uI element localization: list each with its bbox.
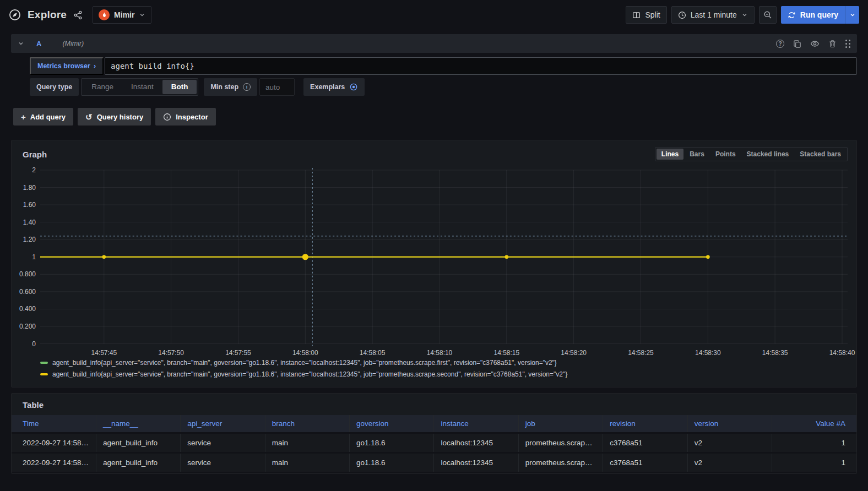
chevron-down-icon xyxy=(741,12,748,18)
svg-text:14:58:20: 14:58:20 xyxy=(561,349,587,357)
table-cell: localhost:12345 xyxy=(434,452,518,472)
chart-gridlines: 00.2000.4000.6000.80011.201.401.601.8021… xyxy=(19,166,855,357)
table-header--name-[interactable]: __name__ xyxy=(96,415,180,433)
table-header-instance[interactable]: instance xyxy=(434,415,518,433)
query-history-label: Query history xyxy=(97,113,144,121)
copy-icon[interactable] xyxy=(793,40,801,48)
run-query-button[interactable]: Run query xyxy=(781,6,859,24)
table-header-time[interactable]: Time xyxy=(12,415,96,433)
graph-plot-area[interactable]: 00.2000.4000.6000.80011.201.401.601.8021… xyxy=(17,165,851,357)
info-icon[interactable]: i xyxy=(243,83,251,91)
svg-text:1.20: 1.20 xyxy=(23,236,36,243)
svg-text:14:58:35: 14:58:35 xyxy=(762,349,788,357)
drag-handle-icon[interactable] xyxy=(845,40,850,48)
svg-text:14:58:30: 14:58:30 xyxy=(695,349,721,357)
svg-text:14:58:05: 14:58:05 xyxy=(360,349,386,357)
svg-text:14:58:00: 14:58:00 xyxy=(292,349,318,357)
legend-label-0[interactable]: agent_build_info{api_server="service", b… xyxy=(52,359,557,367)
split-icon xyxy=(632,11,641,19)
query-type-option-instant[interactable]: Instant xyxy=(122,80,162,94)
svg-text:0: 0 xyxy=(32,340,36,348)
exemplars-toggle-icon[interactable] xyxy=(349,83,358,91)
clock-icon xyxy=(678,11,686,19)
graph-mode-tabs: LinesBarsPointsStacked linesStacked bars xyxy=(655,147,848,161)
query-expression-input[interactable] xyxy=(105,57,857,75)
table-cell: 1 xyxy=(772,433,856,452)
graph-mode-tab-points[interactable]: Points xyxy=(710,149,741,160)
explore-compass-icon xyxy=(9,9,21,21)
split-button[interactable]: Split xyxy=(626,6,666,24)
table-header-revision[interactable]: revision xyxy=(603,415,687,433)
legend-swatch-icon xyxy=(40,373,48,375)
svg-text:1.60: 1.60 xyxy=(23,201,36,209)
svg-text:14:58:25: 14:58:25 xyxy=(628,349,654,357)
share-icon[interactable] xyxy=(73,10,83,20)
chart-highlighted-point xyxy=(302,254,308,260)
table-header-goversion[interactable]: goversion xyxy=(350,415,434,433)
svg-text:0.800: 0.800 xyxy=(19,270,36,278)
metrics-browser-button[interactable]: Metrics browser › xyxy=(30,57,104,75)
table-cell: service xyxy=(181,452,265,472)
table-header-branch[interactable]: branch xyxy=(265,415,349,433)
graph-mode-tab-lines[interactable]: Lines xyxy=(657,149,683,160)
graph-mode-tab-bars[interactable]: Bars xyxy=(685,149,709,160)
graph-mode-tab-stacked-bars[interactable]: Stacked bars xyxy=(795,149,846,160)
graph-panel: Graph LinesBarsPointsStacked linesStacke… xyxy=(11,140,857,388)
table-row: 2022-09-27 14:58:40…agent_build_infoserv… xyxy=(12,433,856,452)
graph-mode-tab-stacked-lines[interactable]: Stacked lines xyxy=(742,149,794,160)
svg-text:14:57:45: 14:57:45 xyxy=(91,349,117,357)
table-header-job[interactable]: job xyxy=(518,415,603,433)
table-header-version[interactable]: version xyxy=(687,415,772,433)
svg-text:2: 2 xyxy=(32,166,36,174)
table-cell: go1.18.6 xyxy=(350,433,434,452)
min-step-input[interactable] xyxy=(259,78,295,96)
time-range-picker[interactable]: Last 1 minute xyxy=(671,6,755,24)
legend-item: agent_build_info{api_server="service", b… xyxy=(40,357,856,369)
table-cell: v2 xyxy=(687,452,772,472)
table-header-value-a[interactable]: Value #A xyxy=(772,415,856,433)
plus-icon: + xyxy=(21,113,26,121)
table-row: 2022-09-27 14:58:40…agent_build_infoserv… xyxy=(12,452,856,472)
table-cell: 1 xyxy=(772,452,856,472)
svg-text:14:58:10: 14:58:10 xyxy=(427,349,453,357)
trash-icon[interactable] xyxy=(828,40,837,48)
datasource-picker[interactable]: Mimir xyxy=(93,6,151,24)
legend-item: agent_build_info{api_server="service", b… xyxy=(40,369,856,380)
chevron-right-icon: › xyxy=(94,62,96,70)
svg-text:1: 1 xyxy=(32,253,36,261)
add-query-button[interactable]: + Add query xyxy=(13,108,73,126)
svg-text:14:58:40: 14:58:40 xyxy=(829,349,855,357)
legend-label-1[interactable]: agent_build_info{api_server="service", b… xyxy=(52,370,567,378)
run-query-label: Run query xyxy=(800,10,838,19)
query-type-option-range[interactable]: Range xyxy=(83,80,122,94)
chevron-down-icon xyxy=(139,12,145,18)
query-editor: A (Mimir) ? xyxy=(11,34,857,100)
datasource-name: Mimir xyxy=(114,10,134,19)
sync-icon xyxy=(788,11,796,19)
zoom-out-button[interactable] xyxy=(759,6,777,24)
eye-icon[interactable] xyxy=(810,39,820,48)
explore-actions: + Add query ↺ Query history Inspector xyxy=(13,108,857,126)
table-cell: localhost:12345 xyxy=(434,433,518,452)
table-panel-title: Table xyxy=(12,394,856,415)
explore-content: A (Mimir) ? xyxy=(0,34,868,474)
chart-point xyxy=(102,255,106,259)
table-cell: main xyxy=(265,452,349,472)
table-cell: main xyxy=(265,433,349,452)
table-cell: service xyxy=(181,433,265,452)
legend-swatch-icon xyxy=(40,362,48,364)
query-history-button[interactable]: ↺ Query history xyxy=(78,108,151,126)
chart-point xyxy=(706,255,709,259)
query-type-option-both[interactable]: Both xyxy=(162,80,197,94)
run-query-dropdown[interactable] xyxy=(845,6,859,24)
table-cell: 2022-09-27 14:58:40… xyxy=(12,433,96,452)
query-row-header[interactable]: A (Mimir) ? xyxy=(11,34,857,53)
metrics-browser-label: Metrics browser xyxy=(37,62,90,70)
history-icon: ↺ xyxy=(85,113,93,121)
svg-text:14:57:55: 14:57:55 xyxy=(225,349,251,357)
collapse-chevron-icon[interactable] xyxy=(18,40,24,47)
table-header-api-server[interactable]: api_server xyxy=(181,415,265,433)
inspector-button[interactable]: Inspector xyxy=(155,108,216,126)
mimir-logo-icon xyxy=(99,9,110,20)
help-icon[interactable]: ? xyxy=(776,40,784,48)
